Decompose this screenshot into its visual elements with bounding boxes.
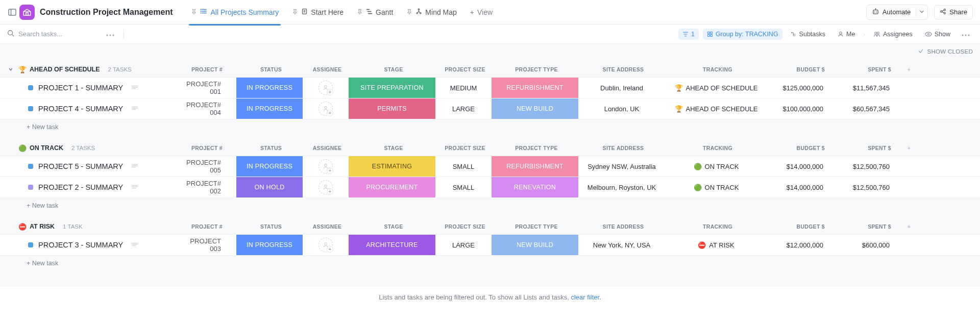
cell-tracking[interactable]: 🏆AHEAD OF SCHEDULE	[665, 78, 767, 98]
chevron-down-icon[interactable]	[916, 8, 924, 16]
cell-assignee[interactable]: +	[303, 98, 349, 119]
add-column-button[interactable]: +	[901, 221, 917, 232]
col-head-assignee[interactable]: ASSIGNEE	[304, 221, 350, 232]
col-head-project[interactable]: PROJECT #	[182, 221, 238, 232]
cell-status[interactable]: IN PROGRESS	[236, 98, 303, 119]
cell-type[interactable]: NEW BUILD	[492, 98, 578, 119]
col-head-project[interactable]: PROJECT #	[182, 64, 238, 74]
cell-budget[interactable]: $100,000,000	[767, 98, 834, 119]
group-name[interactable]: 🏆 AHEAD OF SCHEDULE 2 TASKS	[18, 66, 182, 73]
col-head-assignee[interactable]: ASSIGNEE	[304, 64, 350, 74]
cell-address[interactable]: Sydney NSW, Australia	[578, 156, 665, 177]
col-head-budget[interactable]: BUDGET $	[769, 143, 835, 153]
col-head-spent[interactable]: SPENT $	[835, 143, 901, 153]
search-input[interactable]	[18, 30, 85, 38]
task-name[interactable]: PROJECT 2 - SUMMARY	[38, 183, 123, 191]
table-row[interactable]: PROJECT 2 - SUMMARY PROJECT# 002 ON HOLD…	[0, 177, 980, 198]
cell-budget[interactable]: $14,000,000	[767, 177, 834, 197]
cell-status[interactable]: IN PROGRESS	[236, 156, 303, 177]
add-view-button[interactable]: + View	[464, 4, 499, 20]
cell-budget[interactable]: $12,000,000	[767, 235, 834, 255]
col-head-tracking[interactable]: TRACKING	[667, 143, 769, 153]
cell-spent[interactable]: $60,567,345	[834, 98, 900, 119]
tab-gantt[interactable]: Gantt	[351, 4, 399, 20]
cell-assignee[interactable]: +	[303, 235, 349, 255]
col-head-spent[interactable]: SPENT $	[835, 64, 901, 74]
task-more-icon[interactable]	[131, 241, 138, 249]
task-more-icon[interactable]	[131, 84, 138, 92]
sidebar-toggle-icon[interactable]	[7, 7, 17, 17]
cell-stage[interactable]: ESTIMATING	[349, 156, 435, 177]
cell-address[interactable]: Melbourn, Royston, UK	[578, 177, 665, 197]
col-head-address[interactable]: SITE ADDRESS	[580, 143, 667, 153]
cell-project-number[interactable]: PROJECT# 002	[180, 177, 236, 197]
col-head-stage[interactable]: STAGE	[350, 143, 437, 153]
more-icon[interactable]	[103, 30, 117, 38]
cell-tracking[interactable]: ⛔AT RISK	[665, 235, 767, 255]
group-by-chip[interactable]: Group by: TRACKING	[703, 29, 782, 40]
col-head-status[interactable]: STATUS	[238, 221, 304, 232]
new-task-button[interactable]: + New task	[0, 198, 980, 213]
assignee-avatar-empty[interactable]: +	[318, 102, 333, 116]
col-head-assignee[interactable]: ASSIGNEE	[304, 143, 350, 153]
task-name[interactable]: PROJECT 3 - SUMMARY	[38, 241, 123, 249]
cell-address[interactable]: Dublin, Ireland	[578, 78, 665, 98]
cell-tracking[interactable]: 🟢ON TRACK	[665, 156, 767, 177]
cell-assignee[interactable]: +	[303, 156, 349, 177]
col-head-project[interactable]: PROJECT #	[182, 143, 238, 153]
tab-all-projects-summary[interactable]: All Projects Summary	[185, 4, 285, 20]
table-row[interactable]: PROJECT 1 - SUMMARY PROJECT# 001 IN PROG…	[0, 77, 980, 98]
status-dot-icon[interactable]	[28, 106, 33, 111]
cell-project-number[interactable]: PROJECT# 005	[180, 156, 236, 177]
col-head-stage[interactable]: STAGE	[350, 221, 437, 232]
cell-spent[interactable]: $12,500,760	[834, 156, 900, 177]
me-chip[interactable]: Me	[834, 29, 859, 40]
cell-size[interactable]: LARGE	[435, 235, 492, 255]
col-head-budget[interactable]: BUDGET $	[769, 221, 835, 232]
tab-mind-map[interactable]: Mind Map	[400, 4, 462, 20]
table-row[interactable]: PROJECT 5 - SUMMARY PROJECT# 005 IN PROG…	[0, 156, 980, 177]
cell-budget[interactable]: $14,000,000	[767, 156, 834, 177]
cell-size[interactable]: SMALL	[435, 177, 492, 197]
col-head-size[interactable]: PROJECT SIZE	[437, 221, 493, 232]
cell-size[interactable]: SMALL	[435, 156, 492, 177]
automate-button[interactable]: Automate	[866, 5, 928, 20]
cell-project-number[interactable]: PROJECT 003	[180, 235, 236, 255]
status-dot-icon[interactable]	[28, 185, 33, 190]
new-task-button[interactable]: + New task	[0, 256, 980, 271]
col-head-spent[interactable]: SPENT $	[835, 221, 901, 232]
cell-stage[interactable]: PROCUREMENT	[349, 177, 435, 197]
cell-tracking[interactable]: 🏆AHEAD OF SCHEDULE	[665, 98, 767, 119]
cell-type[interactable]: NEW BUILD	[492, 235, 578, 255]
cell-status[interactable]: IN PROGRESS	[236, 78, 303, 98]
cell-status[interactable]: ON HOLD	[236, 177, 303, 197]
assignee-avatar-empty[interactable]: +	[318, 238, 333, 252]
col-head-type[interactable]: PROJECT TYPE	[493, 64, 580, 74]
cell-type[interactable]: REFURBISHMENT	[492, 78, 578, 98]
cell-project-number[interactable]: PROJECT# 004	[180, 98, 236, 119]
col-head-address[interactable]: SITE ADDRESS	[580, 64, 667, 74]
task-more-icon[interactable]	[131, 163, 138, 170]
col-head-budget[interactable]: BUDGET $	[769, 64, 835, 74]
task-name[interactable]: PROJECT 5 - SUMMARY	[38, 162, 123, 170]
cell-stage[interactable]: PERMITS	[349, 98, 435, 119]
assignees-chip[interactable]: Assignees	[869, 29, 917, 40]
task-name[interactable]: PROJECT 4 - SUMMARY	[38, 105, 123, 113]
group-name[interactable]: 🟢 ON TRACK 2 TASKS	[18, 144, 182, 152]
assignee-avatar-empty[interactable]: +	[318, 159, 333, 173]
task-name[interactable]: PROJECT 1 - SUMMARY	[38, 84, 123, 92]
col-head-stage[interactable]: STAGE	[350, 64, 437, 74]
table-row[interactable]: PROJECT 3 - SUMMARY PROJECT 003 IN PROGR…	[0, 234, 980, 256]
cell-stage[interactable]: SITE PREPARATION	[349, 78, 435, 98]
col-head-type[interactable]: PROJECT TYPE	[493, 221, 580, 232]
cell-address[interactable]: New York, NY, USA	[578, 235, 665, 255]
cell-type[interactable]: REFURBISHMENT	[492, 156, 578, 177]
col-head-size[interactable]: PROJECT SIZE	[437, 64, 493, 74]
status-dot-icon[interactable]	[28, 85, 33, 90]
cell-assignee[interactable]: +	[303, 78, 349, 98]
add-column-button[interactable]: +	[901, 64, 917, 74]
group-collapse-icon[interactable]	[6, 66, 15, 73]
cell-status[interactable]: IN PROGRESS	[236, 235, 303, 255]
cell-type[interactable]: RENEVATION	[492, 177, 578, 197]
show-chip[interactable]: Show	[921, 29, 954, 40]
